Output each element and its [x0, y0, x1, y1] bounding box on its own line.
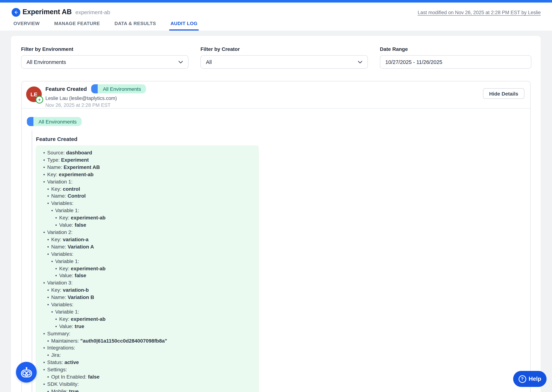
chevron-down-icon [178, 61, 183, 63]
tab-manage-feature[interactable]: MANAGE FEATURE [53, 21, 101, 30]
page-title: Experiment AB [22, 8, 72, 16]
audit-sublist: Opt In Enabled: false [47, 373, 253, 381]
audit-item-value: "auth0|61a1150cc0d284007098fb8a" [80, 338, 167, 343]
audit-list-item: Variable 1:Key: experiment-abValue: fals… [51, 207, 253, 229]
date-range-input[interactable]: 10/27/2025 - 11/26/2025 [380, 55, 531, 69]
help-button-label: Help [529, 376, 541, 382]
audit-item-label: Key: [51, 287, 63, 293]
audit-sublist: Key: experiment-abValue: false [55, 214, 253, 229]
audit-sublist: Key: experiment-abValue: true [55, 316, 253, 330]
audit-item-label: Name: [47, 164, 63, 170]
environment-select[interactable]: All Environments [21, 55, 188, 69]
tab-audit-log[interactable]: AUDIT LOG [169, 21, 199, 30]
audit-item-label: Variables: [51, 301, 73, 307]
audit-item-label: Variable 1: [55, 208, 79, 213]
audit-list-item: Status: active [43, 359, 253, 366]
app-root: Experiment AB experiment-ab Last modifie… [0, 0, 552, 392]
audit-sublist: Key: variation-bName: Variation BVariabl… [47, 287, 253, 330]
audit-sublist: Key: controlName: ControlVariables:Varia… [47, 185, 253, 229]
audit-item-value: variation-a [63, 237, 89, 242]
detail-heading: Feature Created [36, 136, 530, 142]
audit-entry-detail: All Environments Feature Created Source:… [22, 109, 530, 392]
filters-row: Filter by Environment All Environments F… [11, 36, 541, 69]
audit-list-item: Name: Variation B [47, 294, 253, 301]
audit-item-value: Control [68, 193, 86, 199]
date-range-value: 10/27/2025 - 11/26/2025 [385, 59, 442, 65]
audit-item-label: Maintainers: [51, 338, 80, 343]
creator-select[interactable]: All [200, 55, 368, 69]
audit-item-label: Variable 1: [55, 258, 79, 264]
audit-list-item: Key: experiment-ab [55, 214, 253, 222]
audit-item-label: Variable 1: [55, 309, 79, 315]
audit-item-label: Variation 1: [47, 179, 73, 184]
audit-item-value: true [75, 323, 84, 329]
audit-item-label: Key: [59, 316, 71, 322]
audit-list-item: Variables:Variable 1:Key: experiment-abV… [47, 301, 253, 330]
filter-creator-label: Filter by Creator [200, 46, 368, 52]
audit-list-item: Key: control [47, 185, 253, 193]
audit-sublist: Maintainers: "auth0|61a1150cc0d284007098… [47, 337, 253, 345]
audit-list-item: Key: variation-b [47, 287, 253, 294]
audit-list-item: Variation 3:Key: variation-bName: Variat… [43, 280, 253, 330]
audit-item-label: Key: [59, 215, 71, 221]
audit-list-item: Variation 2:Key: variation-aName: Variat… [43, 229, 253, 280]
audit-item-label: Key: [47, 171, 59, 177]
audit-detail-list: Source: dashboardType: ExperimentName: E… [36, 149, 253, 392]
chevron-down-icon [358, 61, 362, 63]
audit-item-value: dashboard [66, 150, 92, 155]
assistant-fab[interactable] [16, 362, 37, 383]
audit-item-value: Variation A [68, 244, 94, 250]
page-subtitle: experiment-ab [75, 9, 110, 15]
audit-list-item: Variables:Variable 1:Key: experiment-abV… [47, 200, 253, 229]
audit-item-label: Variables: [51, 200, 73, 206]
audit-entry-card: LE + Feature Created All Environments Le… [21, 81, 531, 392]
audit-item-value: Experiment [61, 157, 89, 163]
audit-item-label: Variation 3: [47, 280, 73, 286]
audit-item-label: Status: [47, 359, 64, 365]
title-row: Experiment AB experiment-ab [22, 8, 110, 16]
environment-badge-notch [27, 117, 33, 126]
last-modified-link[interactable]: Last modified on Nov 26, 2025 at 2:28 PM… [418, 10, 541, 15]
audit-list-item: Opt In Enabled: false [47, 373, 253, 381]
audit-item-label: Key: [59, 265, 71, 271]
audit-item-value: variation-b [63, 287, 89, 293]
audit-sublist: Mobile: true [47, 388, 253, 392]
creator-select-value: All [206, 59, 212, 65]
audit-list-item: Key: experiment-ab [43, 171, 253, 178]
audit-list-item: Integrations:Jira: [43, 345, 253, 359]
audit-item-label: Value: [59, 273, 75, 279]
audit-list-item: Key: experiment-ab [55, 265, 253, 272]
filter-environment: Filter by Environment All Environments [21, 46, 188, 69]
audit-list-item: Variable 1:Key: experiment-abValue: true [51, 308, 253, 330]
entry-title: Feature Created [45, 86, 87, 92]
audit-list-item: Variation 1:Key: controlName: ControlVar… [43, 178, 253, 229]
main-content: Filter by Environment All Environments F… [0, 30, 552, 392]
environment-select-value: All Environments [27, 59, 66, 65]
help-button[interactable]: ? Help [513, 371, 546, 387]
timeline-line [32, 130, 32, 392]
environment-badge: All Environments [91, 84, 146, 93]
audit-sublist: Jira: [47, 352, 253, 359]
audit-item-value: Variation B [68, 294, 94, 300]
audit-list-item: Mobile: true [47, 388, 253, 392]
audit-list-item: Name: Experiment AB [43, 164, 253, 171]
tab-data-results[interactable]: DATA & RESULTS [113, 21, 157, 30]
audit-item-label: Variables: [51, 251, 73, 257]
audit-item-label: Value: [59, 222, 75, 228]
audit-item-label: Jira: [51, 352, 61, 358]
audit-list-item: Source: dashboard [43, 149, 253, 157]
back-button[interactable] [12, 8, 20, 17]
audit-log-panel: Filter by Environment All Environments F… [11, 36, 541, 392]
audit-list-item: Value: false [55, 272, 253, 280]
hide-details-button[interactable]: Hide Details [483, 88, 524, 99]
environment-badge-label: All Environments [98, 84, 146, 93]
detail-environment-badge: All Environments [27, 117, 82, 126]
audit-sublist: Variable 1:Key: experiment-abValue: fals… [51, 258, 253, 279]
audit-item-label: Variation 2: [47, 229, 73, 235]
audit-list-item: Name: Variation A [47, 243, 253, 251]
audit-list-item: Jira: [47, 352, 253, 359]
audit-item-value: Experiment AB [63, 164, 100, 170]
audit-list-item: Key: experiment-ab [55, 316, 253, 323]
tab-overview[interactable]: OVERVIEW [12, 21, 41, 30]
question-circle-icon: ? [518, 375, 526, 383]
